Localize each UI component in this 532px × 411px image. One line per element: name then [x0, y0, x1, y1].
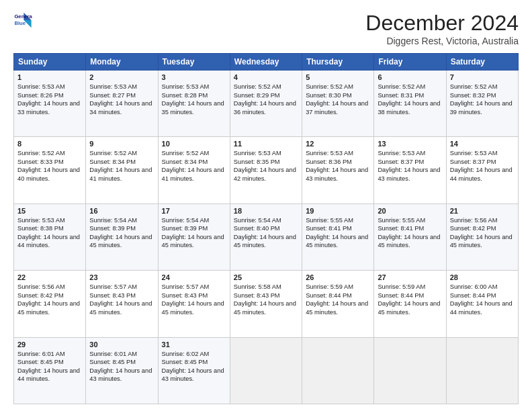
- svg-text:Blue: Blue: [14, 20, 26, 26]
- day-number: 20: [378, 207, 442, 215]
- day-number: 23: [89, 273, 154, 281]
- calendar-cell: 4Sunrise: 5:52 AMSunset: 8:29 PMDaylight…: [230, 71, 302, 137]
- calendar-cell: 2Sunrise: 5:53 AMSunset: 8:27 PMDaylight…: [86, 71, 158, 137]
- header-thursday: Thursday: [302, 54, 374, 71]
- calendar-cell: 29Sunrise: 6:01 AMSunset: 8:45 PMDayligh…: [14, 337, 86, 404]
- cell-info: Sunrise: 5:53 AMSunset: 8:28 PMDaylight:…: [162, 83, 224, 116]
- calendar-cell: 13Sunrise: 5:53 AMSunset: 8:37 PMDayligh…: [374, 137, 446, 203]
- cell-info: Sunrise: 5:56 AMSunset: 8:42 PMDaylight:…: [17, 283, 80, 316]
- cell-info: Sunrise: 6:01 AMSunset: 8:45 PMDaylight:…: [89, 351, 152, 383]
- day-number: 29: [17, 340, 82, 349]
- day-number: 15: [17, 207, 82, 215]
- calendar-cell: 30Sunrise: 6:01 AMSunset: 8:45 PMDayligh…: [86, 337, 158, 404]
- calendar-cell: 17Sunrise: 5:54 AMSunset: 8:39 PMDayligh…: [158, 203, 230, 270]
- day-number: 12: [306, 140, 370, 148]
- day-number: 8: [17, 140, 82, 148]
- day-number: 25: [234, 273, 298, 281]
- calendar-week-4: 22Sunrise: 5:56 AMSunset: 8:42 PMDayligh…: [14, 271, 519, 337]
- cell-info: Sunrise: 5:53 AMSunset: 8:38 PMDaylight:…: [17, 217, 80, 249]
- cell-info: Sunrise: 5:53 AMSunset: 8:27 PMDaylight:…: [89, 83, 152, 116]
- day-number: 28: [450, 273, 515, 281]
- cell-info: Sunrise: 5:52 AMSunset: 8:34 PMDaylight:…: [89, 150, 152, 182]
- day-number: 11: [234, 140, 298, 148]
- cell-info: Sunrise: 5:52 AMSunset: 8:33 PMDaylight:…: [17, 150, 80, 182]
- day-number: 3: [162, 73, 226, 81]
- calendar-cell: 6Sunrise: 5:52 AMSunset: 8:31 PMDaylight…: [374, 71, 446, 137]
- cell-info: Sunrise: 5:56 AMSunset: 8:42 PMDaylight:…: [450, 217, 513, 249]
- day-number: 7: [450, 73, 515, 81]
- header-wednesday: Wednesday: [230, 54, 302, 71]
- calendar-week-3: 15Sunrise: 5:53 AMSunset: 8:38 PMDayligh…: [14, 203, 519, 270]
- header: General Blue December 2024 Diggers Rest,…: [13, 11, 519, 46]
- day-number: 27: [378, 273, 442, 281]
- calendar-cell: 15Sunrise: 5:53 AMSunset: 8:38 PMDayligh…: [14, 203, 86, 270]
- calendar-cell: 12Sunrise: 5:53 AMSunset: 8:36 PMDayligh…: [302, 137, 374, 203]
- cell-info: Sunrise: 5:59 AMSunset: 8:44 PMDaylight:…: [378, 283, 440, 316]
- cell-info: Sunrise: 5:55 AMSunset: 8:41 PMDaylight:…: [306, 217, 368, 249]
- calendar-cell: 10Sunrise: 5:52 AMSunset: 8:34 PMDayligh…: [158, 137, 230, 203]
- cell-info: Sunrise: 5:53 AMSunset: 8:37 PMDaylight:…: [450, 150, 513, 182]
- calendar-cell: [302, 337, 374, 404]
- day-number: 10: [162, 140, 226, 148]
- cell-info: Sunrise: 6:01 AMSunset: 8:45 PMDaylight:…: [17, 351, 80, 383]
- cell-info: Sunrise: 5:57 AMSunset: 8:43 PMDaylight:…: [162, 283, 224, 316]
- cell-info: Sunrise: 5:52 AMSunset: 8:30 PMDaylight:…: [306, 83, 368, 116]
- calendar-table: Sunday Monday Tuesday Wednesday Thursday…: [13, 53, 519, 404]
- cell-info: Sunrise: 5:52 AMSunset: 8:29 PMDaylight:…: [234, 83, 296, 116]
- calendar-cell: 8Sunrise: 5:52 AMSunset: 8:33 PMDaylight…: [14, 137, 86, 203]
- cell-info: Sunrise: 5:53 AMSunset: 8:36 PMDaylight:…: [306, 150, 368, 182]
- logo: General Blue: [13, 11, 35, 30]
- cell-info: Sunrise: 5:52 AMSunset: 8:32 PMDaylight:…: [450, 83, 513, 116]
- header-sunday: Sunday: [14, 54, 86, 71]
- calendar-week-5: 29Sunrise: 6:01 AMSunset: 8:45 PMDayligh…: [14, 337, 519, 404]
- day-number: 19: [306, 207, 370, 215]
- calendar-cell: [230, 337, 302, 404]
- header-friday: Friday: [374, 54, 446, 71]
- page: General Blue December 2024 Diggers Rest,…: [0, 0, 532, 411]
- calendar-week-1: 1Sunrise: 5:53 AMSunset: 8:26 PMDaylight…: [14, 71, 519, 137]
- cell-info: Sunrise: 5:52 AMSunset: 8:31 PMDaylight:…: [378, 83, 440, 116]
- calendar-cell: 28Sunrise: 6:00 AMSunset: 8:44 PMDayligh…: [446, 271, 518, 337]
- calendar-cell: 19Sunrise: 5:55 AMSunset: 8:41 PMDayligh…: [302, 203, 374, 270]
- calendar-cell: 3Sunrise: 5:53 AMSunset: 8:28 PMDaylight…: [158, 71, 230, 137]
- calendar-cell: 7Sunrise: 5:52 AMSunset: 8:32 PMDaylight…: [446, 71, 518, 137]
- day-number: 4: [234, 73, 298, 81]
- calendar-cell: 14Sunrise: 5:53 AMSunset: 8:37 PMDayligh…: [446, 137, 518, 203]
- calendar-cell: 24Sunrise: 5:57 AMSunset: 8:43 PMDayligh…: [158, 271, 230, 337]
- day-number: 13: [378, 140, 442, 148]
- calendar-cell: [446, 337, 518, 404]
- cell-info: Sunrise: 5:59 AMSunset: 8:44 PMDaylight:…: [306, 283, 368, 316]
- calendar-cell: [374, 337, 446, 404]
- day-number: 24: [162, 273, 226, 281]
- day-number: 22: [17, 273, 82, 281]
- calendar-cell: 9Sunrise: 5:52 AMSunset: 8:34 PMDaylight…: [86, 137, 158, 203]
- cell-info: Sunrise: 6:00 AMSunset: 8:44 PMDaylight:…: [450, 283, 513, 316]
- subtitle: Diggers Rest, Victoria, Australia: [365, 36, 519, 46]
- day-number: 5: [306, 73, 370, 81]
- header-tuesday: Tuesday: [158, 54, 230, 71]
- day-number: 26: [306, 273, 370, 281]
- calendar-cell: 21Sunrise: 5:56 AMSunset: 8:42 PMDayligh…: [446, 203, 518, 270]
- cell-info: Sunrise: 6:02 AMSunset: 8:45 PMDaylight:…: [162, 351, 224, 383]
- cell-info: Sunrise: 5:52 AMSunset: 8:34 PMDaylight:…: [162, 150, 224, 182]
- title-block: December 2024 Diggers Rest, Victoria, Au…: [365, 11, 519, 46]
- day-number: 21: [450, 207, 515, 215]
- day-number: 17: [162, 207, 226, 215]
- calendar-cell: 5Sunrise: 5:52 AMSunset: 8:30 PMDaylight…: [302, 71, 374, 137]
- calendar-cell: 16Sunrise: 5:54 AMSunset: 8:39 PMDayligh…: [86, 203, 158, 270]
- cell-info: Sunrise: 5:53 AMSunset: 8:35 PMDaylight:…: [234, 150, 296, 182]
- cell-info: Sunrise: 5:57 AMSunset: 8:43 PMDaylight:…: [89, 283, 152, 316]
- calendar-cell: 18Sunrise: 5:54 AMSunset: 8:40 PMDayligh…: [230, 203, 302, 270]
- svg-text:General: General: [14, 13, 32, 19]
- calendar-cell: 31Sunrise: 6:02 AMSunset: 8:45 PMDayligh…: [158, 337, 230, 404]
- cell-info: Sunrise: 5:54 AMSunset: 8:39 PMDaylight:…: [162, 217, 224, 249]
- calendar-cell: 22Sunrise: 5:56 AMSunset: 8:42 PMDayligh…: [14, 271, 86, 337]
- day-number: 1: [17, 73, 82, 81]
- cell-info: Sunrise: 5:53 AMSunset: 8:26 PMDaylight:…: [17, 83, 80, 116]
- day-number: 9: [89, 140, 154, 148]
- logo-icon: General Blue: [13, 11, 32, 30]
- calendar-week-2: 8Sunrise: 5:52 AMSunset: 8:33 PMDaylight…: [14, 137, 519, 203]
- day-header-row: Sunday Monday Tuesday Wednesday Thursday…: [14, 54, 519, 71]
- header-monday: Monday: [86, 54, 158, 71]
- calendar-cell: 23Sunrise: 5:57 AMSunset: 8:43 PMDayligh…: [86, 271, 158, 337]
